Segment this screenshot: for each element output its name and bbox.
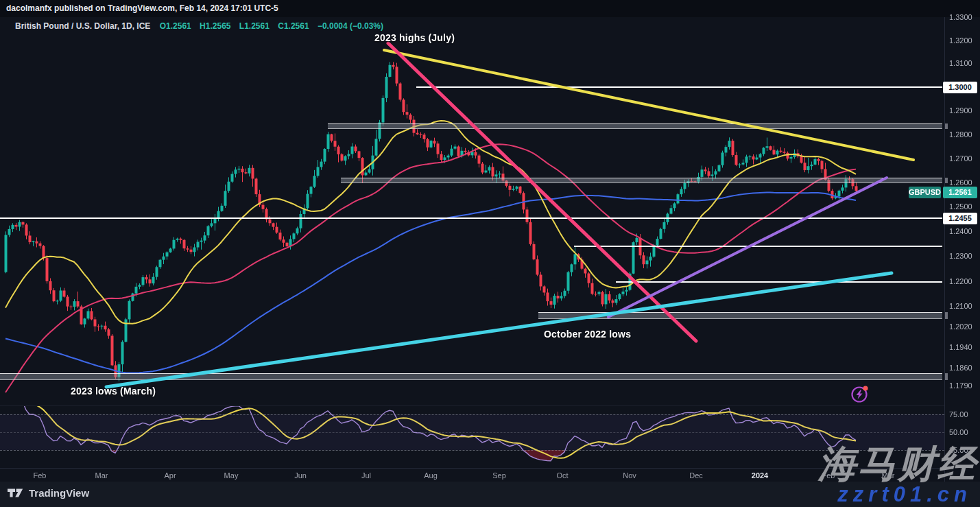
- time-tick-label: Mar: [95, 471, 108, 480]
- price-tick-label: 1.3200: [949, 36, 972, 45]
- pane-divider: [0, 405, 944, 406]
- tradingview-brand-link[interactable]: TradingView: [7, 487, 89, 499]
- price-tick-label: 1.2800: [949, 130, 972, 139]
- price-tick-label: 1.2900: [949, 106, 972, 115]
- price-tick-label: 1.2700: [949, 154, 972, 163]
- price-level-flag-1.2455: 1.2455: [943, 213, 977, 224]
- time-tick-label: Jul: [361, 471, 371, 480]
- time-tick-label: Oct: [556, 471, 568, 480]
- time-tick-label: 2024: [752, 471, 768, 480]
- watermark-url: zzrt01.cn: [837, 482, 972, 507]
- time-tick-label: Apr: [164, 471, 176, 480]
- time-tick-label: Dec: [689, 471, 703, 480]
- descending-trendline-yellow[interactable]: [384, 50, 913, 160]
- rsi-tick-label: 75.00: [949, 410, 968, 419]
- time-tick-label: Jun: [294, 471, 307, 480]
- tradingview-logo-icon: [7, 487, 24, 499]
- time-tick-label: Aug: [424, 471, 438, 480]
- price-tick-label: 1.1940: [949, 343, 972, 352]
- price-tick-label: 1.2200: [949, 277, 972, 286]
- price-tick-label: 1.2500: [949, 202, 972, 211]
- ascending-trendline-purple[interactable]: [608, 178, 887, 317]
- price-tick-label: 1.2600: [949, 178, 972, 187]
- annotation-2023-highs[interactable]: 2023 highs (July): [374, 32, 455, 43]
- time-tick-label: Sep: [492, 471, 506, 480]
- time-tick-label: Feb: [34, 471, 47, 480]
- symbol-badge: GBPUSD: [909, 187, 941, 198]
- tradingview-brand-label: TradingView: [29, 487, 89, 499]
- price-tick-label: 1.2300: [949, 252, 972, 261]
- price-level-flag-1.3000: 1.3000: [943, 82, 977, 93]
- annotation-2023-lows[interactable]: 2023 lows (March): [71, 386, 156, 397]
- time-axis-border: [0, 468, 944, 469]
- time-scale[interactable]: FebMarAprMayJunJulAugSepOctNovDec2024Feb…: [0, 468, 944, 482]
- trendlines-layer: [0, 0, 944, 468]
- price-tick-label: 1.2020: [949, 322, 972, 331]
- price-tick-label: 1.2100: [949, 302, 972, 311]
- price-tick-label: 1.1790: [949, 381, 972, 390]
- tradingview-published-chart: dacolmanfx published on TradingView.com,…: [0, 0, 980, 507]
- ascending-trendline-cyan[interactable]: [106, 273, 892, 387]
- price-tick-label: 1.2400: [949, 227, 972, 236]
- lightning-circle-icon[interactable]: [850, 384, 870, 404]
- price-tick-label: 1.3300: [949, 13, 972, 22]
- last-price-flag: 1.2561: [943, 187, 977, 198]
- annotation-october-2022-lows[interactable]: October 2022 lows: [544, 329, 631, 340]
- price-tick-label: 1.1860: [949, 364, 972, 373]
- price-tick-label: 1.3100: [949, 59, 972, 68]
- rsi-tick-label: 50.00: [949, 428, 968, 437]
- time-tick-label: May: [224, 471, 239, 480]
- time-tick-label: Nov: [623, 471, 636, 480]
